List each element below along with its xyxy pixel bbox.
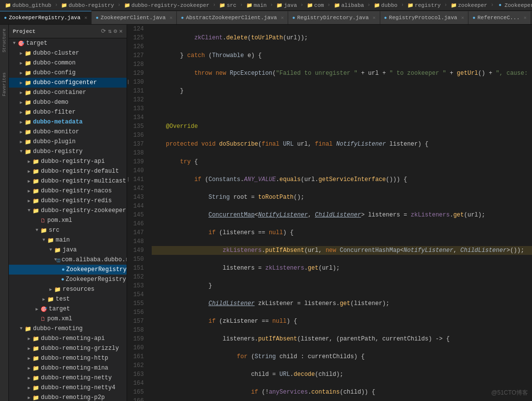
tab-abstract-zookeeper-client[interactable]: ● AbstractZookeeperClient.java ✕ bbox=[177, 11, 288, 24]
tree-remoting-mina[interactable]: ▶ 📁 dubbo-remoting-mina bbox=[9, 363, 127, 373]
tree-java[interactable]: ▼ 📁 java bbox=[9, 245, 127, 255]
structure-tab[interactable]: Structure bbox=[1, 27, 8, 55]
line-num-126: 126 bbox=[131, 42, 144, 51]
tab-java-icon: ● bbox=[4, 15, 7, 21]
tree-dubbo-metadata[interactable]: ▶ 📁 dubbo-metadata bbox=[9, 117, 127, 127]
tree-dubbo-configcenter[interactable]: ▶ 📁 dubbo-configcenter bbox=[9, 78, 127, 88]
tree-registry-api[interactable]: ▶ 📁 dubbo-registry-api bbox=[9, 156, 127, 166]
folder-icon: 📁 bbox=[25, 129, 32, 135]
tree-dubbo-registry[interactable]: ▼ 📁 dubbo-registry bbox=[9, 147, 127, 156]
line-num-148: 148 bbox=[131, 237, 144, 246]
tree-arrow-icon: ▶ bbox=[18, 80, 25, 86]
tree-dubbo-container[interactable]: ▶ 📁 dubbo-container bbox=[9, 88, 127, 97]
bc-dubbo-registry-zookeeper[interactable]: 📁dubbo-registry-zookeeper bbox=[121, 0, 212, 11]
bc-folder-icon: 📁 bbox=[5, 2, 11, 8]
project-sidebar: Project ⟳ ⇅ ⚙ ✕ ▼ 🎯 target ▶ 📁 dubbo-clu… bbox=[9, 25, 127, 401]
favorites-tab[interactable]: Favorites bbox=[1, 70, 8, 98]
line-num-161: 161 bbox=[131, 352, 144, 361]
tree-pom-xml-1[interactable]: 🗋 pom.xml bbox=[9, 216, 127, 225]
tree-dubbo-config[interactable]: ▶ 📁 dubbo-config bbox=[9, 68, 127, 78]
tree-pkg[interactable]: ▼ ◫ com.alibaba.dubbo.reg... bbox=[9, 255, 127, 265]
tree-dubbo-remoting[interactable]: ▼ 📁 dubbo-remoting bbox=[9, 324, 127, 334]
tree-zookeeper-registry-l[interactable]: ● ZookeeperRegistryL... bbox=[9, 275, 127, 284]
tree-registry-zookeeper[interactable]: ▼ 📁 dubbo-registry-zookeeper bbox=[9, 206, 127, 216]
bc-java[interactable]: 📁java bbox=[273, 0, 299, 11]
tab-close-icon-3[interactable]: ✕ bbox=[281, 15, 284, 21]
line-num-157: 157 bbox=[131, 317, 144, 326]
tree-label: pom.xml bbox=[47, 315, 72, 322]
folder-icon: 📁 bbox=[54, 286, 61, 293]
tab-java-icon-3: ● bbox=[181, 15, 184, 21]
tab-registry-protocol[interactable]: ● RegistryProtocol.java ✕ bbox=[380, 11, 469, 24]
tab-zookeeper-client[interactable]: ● ZookeeperClient.java ✕ bbox=[92, 11, 177, 24]
bc-sep-9: › bbox=[401, 2, 404, 8]
tree-label: dubbo-registry-redis bbox=[41, 197, 112, 204]
tree-dubbo-monitor[interactable]: ▶ 📁 dubbo-monitor bbox=[9, 127, 127, 137]
watermark: @51CTO博客 bbox=[491, 389, 528, 397]
tree-pom-xml-sub[interactable]: 🗋 pom.xml bbox=[9, 314, 127, 324]
line-num-156: 156 bbox=[131, 308, 144, 317]
bc-registry[interactable]: 📁registry bbox=[404, 0, 444, 11]
line-num-135: 135 bbox=[131, 122, 144, 131]
bc-dubbo-github[interactable]: 📁dubbo_github bbox=[2, 0, 54, 11]
sidebar-sync-icon[interactable]: ⟳ bbox=[101, 28, 106, 35]
tree-registry-default[interactable]: ▶ 📁 dubbo-registry-default bbox=[9, 166, 127, 176]
tree-dubbo-cluster[interactable]: ▶ 📁 dubbo-cluster bbox=[9, 48, 127, 58]
tree-remoting-p2p[interactable]: ▶ 📁 dubbo-remoting-p2p bbox=[9, 393, 127, 401]
tree-remoting-grizzly[interactable]: ▶ 📁 dubbo-remoting-grizzly bbox=[9, 343, 127, 353]
tab-registry-directory[interactable]: ● RegistryDirectory.java ✕ bbox=[288, 11, 380, 24]
bc-alibaba[interactable]: 📁alibaba bbox=[331, 0, 367, 11]
bc-com[interactable]: 📁com bbox=[304, 0, 327, 11]
code-line-140: if (zkListener == null) { bbox=[152, 317, 532, 326]
tree-zookeeper-registry-file[interactable]: ● ZookeeperRegistry bbox=[9, 265, 127, 275]
sidebar-close-icon[interactable]: ✕ bbox=[119, 28, 123, 35]
tree-resources[interactable]: ▶ 📁 resources bbox=[9, 284, 127, 294]
bc-zookeeper[interactable]: 📁zookeeper bbox=[448, 0, 490, 11]
tree-dubbo-common[interactable]: ▶ 📁 dubbo-common bbox=[9, 58, 127, 68]
tree-remoting-http[interactable]: ▶ 📁 dubbo-remoting-http bbox=[9, 353, 127, 363]
folder-icon: 📁 bbox=[33, 188, 39, 194]
tree-label: dubbo-registry-zookeeper bbox=[41, 207, 126, 214]
bc-main[interactable]: 📁main bbox=[243, 0, 269, 11]
tree-label: dubbo-plugin bbox=[33, 138, 75, 145]
tree-remoting-netty4[interactable]: ▶ 📁 dubbo-remoting-netty4 bbox=[9, 383, 127, 393]
tree-target-sub[interactable]: ▶ 🎯 target bbox=[9, 304, 127, 314]
sidebar-settings-icon[interactable]: ⚙ bbox=[114, 28, 117, 35]
tab-close-icon-4[interactable]: ✕ bbox=[373, 15, 376, 21]
line-num-138: 138 bbox=[131, 149, 144, 157]
tab-close-icon-5[interactable]: ✕ bbox=[461, 15, 464, 21]
tab-close-icon-6[interactable]: ✕ bbox=[524, 15, 527, 21]
main-area: Structure Favorites Project ⟳ ⇅ ⚙ ✕ ▼ 🎯 … bbox=[0, 25, 532, 401]
bc-zookeeper-registry[interactable]: ●ZookeeperRegistry bbox=[494, 0, 532, 11]
bc-sep-11: › bbox=[491, 2, 494, 8]
tree-target[interactable]: ▼ 🎯 target bbox=[9, 38, 127, 48]
tab-close-icon[interactable]: ✕ bbox=[84, 15, 87, 21]
bc-dubbo-registry[interactable]: 📁dubbo-registry bbox=[58, 0, 117, 11]
bc-src[interactable]: 📁src bbox=[216, 0, 239, 11]
tree-remoting-api[interactable]: ▶ 📁 dubbo-remoting-api bbox=[9, 334, 127, 343]
code-content[interactable]: 124 125 126 127 128 129 130 o| 131 132 1… bbox=[127, 25, 532, 401]
tab-close-icon-2[interactable]: ✕ bbox=[169, 15, 172, 21]
tree-dubbo-filter[interactable]: ▶ 📁 dubbo-filter bbox=[9, 107, 127, 117]
tree-main[interactable]: ▼ 📁 main bbox=[9, 235, 127, 245]
tree-src[interactable]: ▼ 📁 src bbox=[9, 225, 127, 235]
tree-registry-multicast[interactable]: ▶ 📁 dubbo-registry-multicast bbox=[9, 176, 127, 186]
tree-dubbo-plugin[interactable]: ▶ 📁 dubbo-plugin bbox=[9, 137, 127, 147]
tree-label: dubbo-remoting-api bbox=[41, 335, 105, 342]
tree-remoting-netty[interactable]: ▶ 📁 dubbo-remoting-netty bbox=[9, 373, 127, 383]
tab-reference-c[interactable]: ● ReferenceC... ✕ bbox=[468, 11, 531, 24]
tree-test[interactable]: ▶ 📁 test bbox=[9, 294, 127, 304]
line-numbers: 124 125 126 127 128 129 130 o| 131 132 1… bbox=[127, 25, 148, 401]
tree-registry-redis[interactable]: ▶ 📁 dubbo-registry-redis bbox=[9, 196, 127, 206]
code-line-135: if (listeners == null) { bbox=[152, 228, 532, 237]
tree-arrow-icon: ▶ bbox=[26, 198, 33, 204]
tree-registry-nacos[interactable]: ▶ 📁 dubbo-registry-nacos bbox=[9, 186, 127, 196]
bc-sep-6: › bbox=[300, 2, 303, 8]
tab-zookeeper-registry[interactable]: ● ZookeeperRegistry.java ✕ bbox=[0, 11, 92, 24]
bc-dubbo[interactable]: 📁dubbo bbox=[371, 0, 400, 11]
sidebar-sort-icon[interactable]: ⇅ bbox=[108, 28, 111, 35]
code-line-136: zkListeners.putIfAbsent(url, new Concurr… bbox=[152, 246, 532, 255]
tree-label: dubbo-registry-default bbox=[41, 168, 119, 175]
tree-dubbo-demo[interactable]: ▶ 📁 dubbo-demo bbox=[9, 97, 127, 107]
folder-icon: 📁 bbox=[25, 60, 32, 66]
